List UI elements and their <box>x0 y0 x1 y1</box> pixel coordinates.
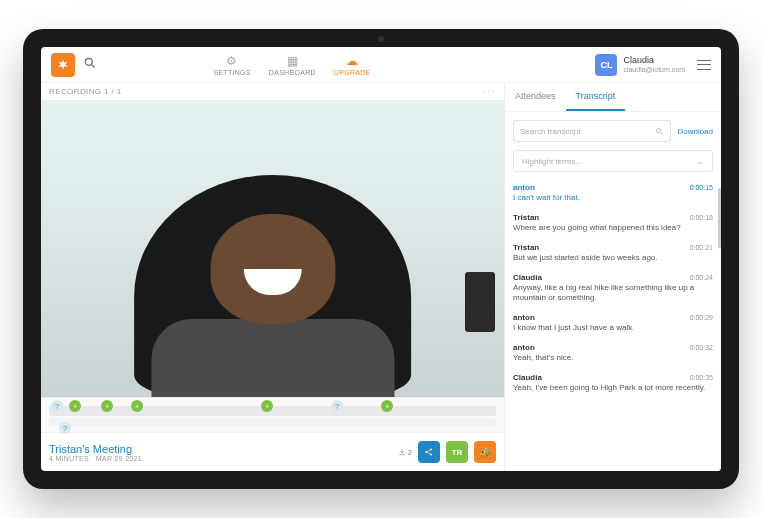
tab-transcript[interactable]: Transcript <box>566 83 626 111</box>
app-logo[interactable] <box>51 53 75 77</box>
svg-point-0 <box>85 58 92 65</box>
meeting-title[interactable]: Tristan's Meeting <box>49 443 142 455</box>
device-frame: ⚙ SETTINGS ▦ DASHBOARD ☁ UPGRADE CL Clau… <box>23 29 739 489</box>
fireflies-button[interactable]: 🐝 <box>474 441 496 463</box>
menu-icon[interactable] <box>697 60 711 70</box>
calendar-icon: ▦ <box>287 54 298 68</box>
marker-question-icon[interactable]: ? <box>59 422 71 434</box>
tab-attendees[interactable]: Attendees <box>505 83 566 111</box>
transcript-entry[interactable]: anton0:00:15I can't wait for that. <box>513 178 713 208</box>
top-bar: ⚙ SETTINGS ▦ DASHBOARD ☁ UPGRADE CL Clau… <box>41 47 721 83</box>
entry-speaker: anton <box>513 343 535 352</box>
attendee-chip[interactable]: 2 <box>398 448 412 457</box>
entry-timestamp[interactable]: 0:00:21 <box>690 244 713 251</box>
transcript-list[interactable]: anton0:00:15I can't wait for that.Trista… <box>505 178 721 471</box>
search-icon <box>655 127 664 136</box>
transcript-entry[interactable]: Claudia0:00:35Yeah, I've been going to H… <box>513 368 713 398</box>
user-info: Claudia claudia@lotum.com <box>623 56 685 74</box>
search-row: Search transcript Download <box>505 112 721 150</box>
nav-settings[interactable]: ⚙ SETTINGS <box>213 54 250 76</box>
nav-dashboard[interactable]: ▦ DASHBOARD <box>269 54 316 76</box>
svg-point-2 <box>425 451 427 453</box>
app-screen: ⚙ SETTINGS ▦ DASHBOARD ☁ UPGRADE CL Clau… <box>41 47 721 471</box>
nav-upgrade[interactable]: ☁ UPGRADE <box>334 54 371 76</box>
main-content: RECORDING 1 / 1 ··· ? + + <box>41 83 721 471</box>
marker-question-icon[interactable]: ? <box>51 400 63 412</box>
transcript-entry[interactable]: Tristan0:00:21But we just started aside … <box>513 238 713 268</box>
equipment-prop <box>465 272 495 332</box>
svg-line-1 <box>92 65 95 68</box>
entry-text: But we just started aside two weeks ago. <box>513 253 713 263</box>
highlight-select[interactable]: Highlight terms... ⌄ <box>513 150 713 172</box>
marker-question-icon[interactable]: ? <box>331 400 343 412</box>
recording-label: RECORDING 1 / 1 <box>49 87 122 96</box>
attendee-count: 2 <box>408 448 412 457</box>
meeting-subtitle: 4 MINUTES MAR 29 2021 <box>49 455 142 462</box>
entry-timestamp[interactable]: 0:00:15 <box>690 184 713 191</box>
download-link[interactable]: Download <box>677 127 713 136</box>
svg-point-5 <box>657 128 662 133</box>
entry-text: Where are you going what happened this i… <box>513 223 713 233</box>
scrollbar[interactable] <box>718 188 721 248</box>
entry-speaker: anton <box>513 183 535 192</box>
marker-plus-icon[interactable]: + <box>261 400 273 412</box>
marker-plus-icon[interactable]: + <box>69 400 81 412</box>
transcript-entry[interactable]: anton0:00:29I know that I just Just have… <box>513 308 713 338</box>
svg-point-3 <box>430 448 432 450</box>
top-nav: ⚙ SETTINGS ▦ DASHBOARD ☁ UPGRADE <box>213 54 370 76</box>
entry-timestamp[interactable]: 0:00:24 <box>690 274 713 281</box>
share-icon <box>424 447 434 457</box>
panel-tabs: Attendees Transcript <box>505 83 721 112</box>
meta-bar: Tristan's Meeting 4 MINUTES MAR 29 2021 … <box>41 433 504 471</box>
cloud-up-icon: ☁ <box>346 54 358 68</box>
meeting-duration: 4 MINUTES <box>49 455 89 462</box>
entry-speaker: Tristan <box>513 213 539 222</box>
user-email: claudia@lotum.com <box>623 66 685 74</box>
entry-speaker: Claudia <box>513 273 542 282</box>
marker-plus-icon[interactable]: + <box>131 400 143 412</box>
transcript-entry[interactable]: Claudia0:00:24Anyway, like a big real hi… <box>513 268 713 308</box>
marker-plus-icon[interactable]: + <box>381 400 393 412</box>
chevron-down-icon: ⌄ <box>697 157 704 166</box>
nav-dashboard-label: DASHBOARD <box>269 69 316 76</box>
entry-text: I know that I just Just have a walk. <box>513 323 713 333</box>
more-icon[interactable]: ··· <box>483 87 496 96</box>
user-box[interactable]: CL Claudia claudia@lotum.com <box>595 54 711 76</box>
video-player[interactable] <box>41 100 504 397</box>
camera-dot <box>378 36 384 42</box>
entry-text: I can't wait for that. <box>513 193 713 203</box>
meta-right: 2 TR 🐝 <box>398 441 496 463</box>
gear-icon: ⚙ <box>226 54 237 68</box>
entry-speaker: anton <box>513 313 535 322</box>
left-panel: RECORDING 1 / 1 ··· ? + + <box>41 83 505 471</box>
entry-text: Anyway, like a big real hike like someth… <box>513 283 713 303</box>
timeline[interactable]: ? + + + + ? + ? <box>41 397 504 433</box>
user-name: Claudia <box>623 56 685 66</box>
entry-timestamp[interactable]: 0:00:29 <box>690 314 713 321</box>
share-button[interactable] <box>418 441 440 463</box>
transcript-entry[interactable]: anton0:00:32Yeah, that's nice. <box>513 338 713 368</box>
nav-settings-label: SETTINGS <box>213 69 250 76</box>
entry-text: Yeah, I've been going to High Park a lot… <box>513 383 713 393</box>
transcript-entry[interactable]: Tristan0:00:18Where are you going what h… <box>513 208 713 238</box>
avatar: CL <box>595 54 617 76</box>
entry-speaker: Tristan <box>513 243 539 252</box>
right-panel: Attendees Transcript Search transcript D… <box>505 83 721 471</box>
tr-badge[interactable]: TR <box>446 441 468 463</box>
entry-timestamp[interactable]: 0:00:18 <box>690 214 713 221</box>
search-input[interactable]: Search transcript <box>513 120 671 142</box>
highlight-placeholder: Highlight terms... <box>522 157 582 166</box>
entry-text: Yeah, that's nice. <box>513 353 713 363</box>
meta-left: Tristan's Meeting 4 MINUTES MAR 29 2021 <box>49 443 142 462</box>
mascot-icon: 🐝 <box>479 447 491 458</box>
download-icon <box>398 448 406 456</box>
meeting-date: MAR 29 2021 <box>96 455 142 462</box>
video-subject <box>99 136 446 397</box>
entry-timestamp[interactable]: 0:00:35 <box>690 374 713 381</box>
entry-timestamp[interactable]: 0:00:32 <box>690 344 713 351</box>
marker-plus-icon[interactable]: + <box>101 400 113 412</box>
search-icon[interactable] <box>83 56 97 73</box>
timeline-track-secondary <box>49 418 496 426</box>
nav-upgrade-label: UPGRADE <box>334 69 371 76</box>
search-placeholder: Search transcript <box>520 127 580 136</box>
